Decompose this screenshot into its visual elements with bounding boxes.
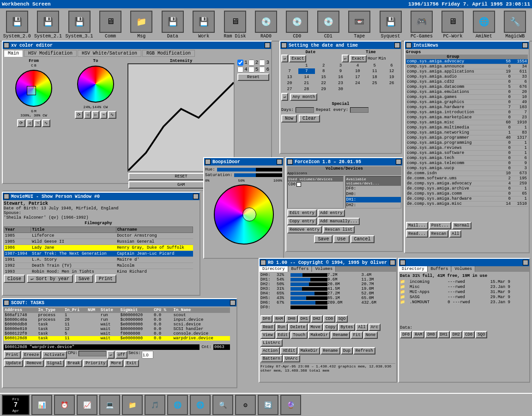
cb-6[interactable]: [259, 67, 265, 73]
cal-28[interactable]: 28: [298, 86, 315, 92]
dir-right-dh1-btn[interactable]: DH1: [438, 331, 450, 338]
icon-rad0[interactable]: 💿 RAD0: [251, 11, 281, 39]
drive-btn-cd0[interactable]: CD0: [323, 315, 335, 323]
action-rename-btn2[interactable]: Rename: [331, 331, 350, 339]
dir-right-tab-volumes[interactable]: Volumes: [452, 266, 475, 272]
icon-msg[interactable]: 📁 Msg: [127, 11, 157, 39]
cal-16[interactable]: 16: [332, 74, 349, 80]
boopsi-color-wheel[interactable]: [214, 184, 274, 245]
cal-9[interactable]: 9: [332, 68, 349, 74]
icon-cd0[interactable]: 💿 CD0: [282, 11, 312, 39]
movie-print-btn[interactable]: Print: [95, 275, 116, 283]
intui-read-btn[interactable]: Read...: [406, 230, 428, 238]
drive-btn-dh2[interactable]: DH2: [311, 315, 323, 323]
drive-btn-sqo[interactable]: SQO: [336, 315, 348, 323]
action-makedir2-btn[interactable]: MakeDir: [298, 347, 320, 355]
xv-resize-button[interactable]: [265, 43, 270, 48]
dir-right-ram-btn[interactable]: RAM: [412, 331, 424, 338]
cb-1[interactable]: [237, 60, 243, 66]
action-listarc-btn[interactable]: ListArc: [260, 339, 283, 347]
action-arc-btn[interactable]: Arc: [369, 324, 381, 331]
taskbar-icon-screen[interactable]: 💻: [99, 395, 120, 415]
movie-save-btn[interactable]: Save: [75, 275, 93, 283]
force-dh2[interactable]: DH2:: [346, 202, 401, 208]
force-close-icon[interactable]: [287, 159, 293, 165]
film-row-2[interactable]: 1986Lady JaneHenry Gray, Duke of Suffolk: [4, 245, 193, 251]
intui-row-1[interactable]: comp.sys.amiga.announce034: [406, 64, 528, 69]
scout-remove-btn[interactable]: Remove: [24, 360, 43, 367]
scout-exit-btn[interactable]: Exit: [124, 360, 139, 367]
intui-row-9[interactable]: comp.sys.amiga.hardware7103: [406, 105, 528, 110]
scout-print-btn[interactable]: Print: [4, 351, 21, 359]
scout-more-btn[interactable]: More: [109, 360, 123, 367]
icon-magicwb[interactable]: 🔧 MagicWB: [500, 11, 530, 39]
cal-8[interactable]: 8: [315, 68, 332, 74]
cal-10[interactable]: 10: [349, 68, 366, 74]
icon-pc-work[interactable]: 🖥 PC-Work: [438, 11, 468, 39]
force-cd0[interactable]: CD0: [288, 182, 343, 187]
intui-row-14[interactable]: comp.sys.amiga.networking183: [406, 130, 528, 135]
force-save-btn[interactable]: Save: [314, 235, 332, 243]
scout-close-icon[interactable]: [4, 300, 9, 306]
action-touch-btn[interactable]: Touch: [290, 331, 308, 339]
drive-row-7[interactable]: DF0:: [260, 305, 395, 310]
action-rename3-btn[interactable]: Rename: [320, 347, 340, 355]
any-month-label-btn[interactable]: Any month: [290, 93, 317, 101]
cal-12[interactable]: 12: [383, 68, 400, 74]
date-exact-btn[interactable]: ↵: [281, 55, 288, 62]
sat-slider[interactable]: [234, 173, 282, 177]
icon-data[interactable]: 💾 Data: [157, 11, 187, 39]
intui-resize-icon[interactable]: [522, 43, 528, 48]
from-btn3[interactable]: ~: [34, 120, 41, 127]
intui-row-20[interactable]: comp.sys.amiga.telecomm09: [406, 161, 528, 166]
icon-system21[interactable]: 💾 System_2.1: [33, 11, 63, 39]
intui-normal-btn[interactable]: Normal: [452, 222, 472, 229]
scout-freeze-btn[interactable]: Ereeze: [22, 351, 41, 359]
dir-right-df0-btn[interactable]: DF0: [400, 331, 412, 338]
cal-7-sel[interactable]: 7: [298, 68, 315, 74]
icon-system20[interactable]: 💾 System_2.0: [2, 11, 32, 39]
taskbar-icon-clock[interactable]: ⏰: [54, 395, 75, 415]
icon-ramdisk[interactable]: 🖥 Ram Disk: [220, 11, 250, 39]
days-input[interactable]: [296, 107, 314, 113]
scout-resize-icon[interactable]: [230, 300, 236, 306]
intui-row-17[interactable]: comp.sys.amiga.reviews01: [406, 146, 528, 151]
intui-row-16[interactable]: comp.sys.amiga.programming01: [406, 141, 528, 146]
cal-29[interactable]: 29: [315, 86, 332, 92]
drive-row-3[interactable]: DH3: 31% 41.5M 19.0M: [260, 287, 395, 291]
cal-13[interactable]: 13: [281, 74, 298, 80]
movie-sort-btn[interactable]: ↵ Sort by year: [27, 275, 73, 283]
intui-row-8[interactable]: comp.sys.amiga.graphics049: [406, 100, 528, 105]
cal-24[interactable]: 24: [349, 80, 366, 86]
film-row-1[interactable]: 1985Wild Geese IIRussian General: [4, 239, 193, 245]
intui-row-27[interactable]: de.comp.sys.amiga.hardware01: [406, 196, 528, 202]
drive-btn-ram[interactable]: RAM: [273, 315, 285, 323]
taskbar-icon-settings[interactable]: ⚙️: [235, 395, 256, 415]
movie-close-btn[interactable]: Close: [4, 275, 25, 283]
force-cancel-btn[interactable]: Cancel: [351, 235, 375, 243]
taskbar-icon-chart[interactable]: 📊: [31, 395, 52, 415]
dir-right-tab-directory[interactable]: Directory: [399, 266, 428, 272]
film-row-3[interactable]: 1987-1994Star Trek: The Next GenerationC…: [4, 251, 193, 257]
to-btn5[interactable]: ∿: [108, 111, 116, 119]
dir-left-tab-directory[interactable]: Directory: [260, 266, 288, 272]
intui-rescan-btn[interactable]: Rescan: [429, 230, 448, 238]
boopsi-titlebar[interactable]: BoopsiDoor: [204, 158, 283, 165]
drive-btn-dh0[interactable]: DH0: [285, 315, 297, 323]
from-btn4[interactable]: ∿: [42, 119, 50, 127]
film-row-6[interactable]: 1993Robin Hood: Men in TightsKing Richar…: [4, 269, 193, 273]
scout-secs-input[interactable]: [142, 351, 153, 359]
now-btn[interactable]: Now: [281, 115, 297, 122]
taskbar-icon-folder[interactable]: 📁: [122, 395, 143, 415]
cal-30[interactable]: 30: [332, 86, 349, 92]
boopsi-resize-icon[interactable]: [277, 159, 282, 165]
scout-signal-btn[interactable]: Signal: [45, 360, 64, 367]
dir-left-tab-buffers[interactable]: Buffers: [289, 266, 312, 272]
drive-btn-dh1[interactable]: DH1: [298, 315, 310, 323]
dir-left-resize-icon[interactable]: [390, 260, 395, 265]
taskbar-icon-orb[interactable]: 🔮: [280, 395, 301, 415]
from-reset-btn[interactable]: ⟳: [17, 119, 25, 127]
intui-post-btn[interactable]: Post...: [429, 222, 451, 229]
intui-row-11[interactable]: comp.sys.amiga.marketplace023: [406, 115, 528, 120]
action-makedir-btn[interactable]: MakeDir: [308, 331, 330, 339]
